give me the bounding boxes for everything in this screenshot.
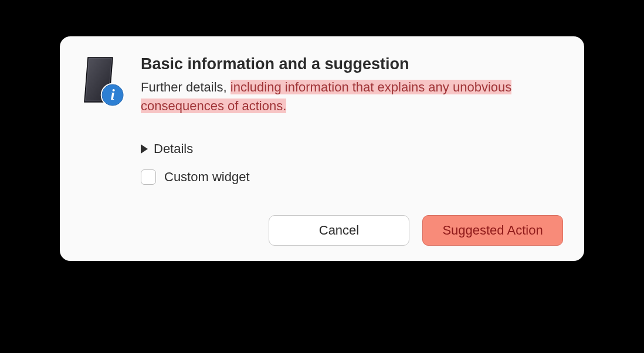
suggested-action-button[interactable]: Suggested Action (422, 215, 563, 246)
dialog-content: Basic information and a suggestion Furth… (141, 55, 563, 246)
phone-info-icon: i (81, 56, 124, 109)
custom-widget-label: Custom widget (164, 169, 250, 185)
chevron-right-icon (141, 144, 148, 154)
info-dialog: i Basic information and a suggestion Fur… (60, 36, 584, 261)
dialog-buttons: Cancel Suggested Action (141, 215, 563, 246)
details-disclosure[interactable]: Details (141, 140, 193, 158)
svg-text:i: i (110, 86, 115, 103)
cancel-button[interactable]: Cancel (269, 215, 409, 246)
dialog-icon-area: i (81, 55, 124, 246)
details-label: Details (154, 141, 193, 157)
dialog-description: Further details, including information t… (141, 78, 563, 116)
dialog-controls: Details Custom widget (141, 140, 563, 185)
custom-widget-option[interactable]: Custom widget (141, 169, 563, 185)
custom-widget-checkbox[interactable] (141, 169, 156, 185)
description-plain: Further details, (141, 80, 231, 94)
dialog-title: Basic information and a suggestion (141, 55, 563, 73)
